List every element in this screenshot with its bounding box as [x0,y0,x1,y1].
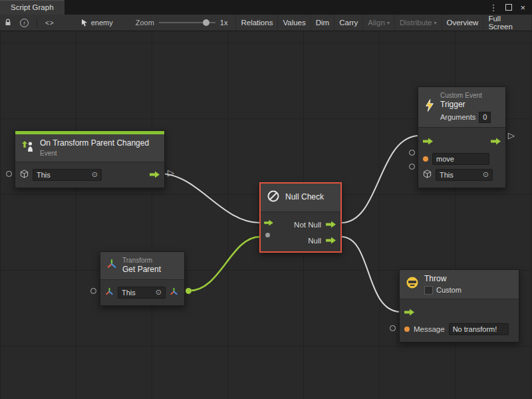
align-button[interactable]: Align▾ [362,15,394,31]
zoom-label: Zoom [136,19,154,27]
node-get-parent[interactable]: Transform Get Parent This ⊙ [100,251,185,306]
tab-label: Script Graph [11,3,54,11]
zoom-value: 1x [220,19,228,27]
not-null-port-label: Not Null [294,221,321,229]
this-dropdown[interactable]: This ⊙ [33,169,102,181]
titlebar: Script Graph ⋮ × [0,0,532,15]
control-input-port[interactable] [404,307,414,319]
fullscreen-button[interactable]: Full Screen [483,15,532,31]
event-name-value: move [436,155,454,163]
control-output-port[interactable] [150,169,160,181]
null-check-icon [267,190,280,205]
zoom-slider-handle[interactable] [203,19,209,26]
wire-start-triangle-icon: ▷ [168,168,174,177]
null-output-port[interactable] [326,237,336,245]
node-title: Throw [424,274,462,285]
this-dropdown[interactable]: This ⊙ [436,169,493,181]
string-input-port[interactable] [404,327,410,332]
connection-wire-null-to-throw[interactable] [341,237,401,312]
overview-button[interactable]: Overview [442,15,483,31]
zoom-control: Zoom 1x [136,19,228,27]
event-name-field[interactable]: move [432,153,489,165]
this-dropdown[interactable]: This ⊙ [118,287,166,299]
node-body: This ⊙ [100,280,184,305]
values-button[interactable]: Values [277,15,310,31]
wire-start-dot-icon [186,288,192,294]
control-output-port[interactable] [491,136,501,148]
arguments-stepper[interactable]: 0 [479,112,491,123]
throw-message-port-ring[interactable] [390,325,396,331]
cube-icon [423,169,432,181]
connection-wire-getparent-to-nullcheck[interactable] [190,237,260,291]
trigger-target-port-ring[interactable] [409,164,415,170]
code-glyph: <> [45,19,55,27]
control-input-port[interactable] [423,136,433,148]
distribute-button[interactable]: Distribute▾ [394,15,442,31]
node-throw[interactable]: Throw Custom Message No transform! [399,269,519,342]
maximize-icon[interactable] [505,4,512,11]
dropdown-caret-icon: ▾ [434,20,436,26]
cube-icon [20,169,29,181]
node-category: Transform [122,256,161,265]
lock-icon[interactable] [0,15,16,31]
getparent-target-port-ring[interactable] [90,288,96,294]
node-on-transform-parent-changed[interactable]: On Transform Parent Changed Event This ⊙ [15,130,165,188]
node-trigger-custom-event[interactable]: Custom Event Trigger Arguments 0 move [418,86,506,188]
values-label: Values [283,19,305,27]
trigger-output-triangle-icon[interactable]: ▷ [508,131,515,140]
kebab-menu-icon[interactable]: ⋮ [489,3,497,12]
tab-script-graph[interactable]: Script Graph [0,0,65,15]
dropdown-caret-icon: ▾ [387,20,390,26]
toolbar-divider [37,18,37,28]
code-view-icon[interactable]: <> [41,15,59,31]
close-icon[interactable]: × [520,3,525,12]
align-label: Align [368,19,385,27]
event-target-port-ring[interactable] [6,171,12,177]
transform-icon [106,259,117,272]
carry-button[interactable]: Carry [334,15,362,31]
object-picker-icon[interactable]: ⊙ [156,288,162,297]
fullscreen-label: Full Screen [488,15,527,31]
null-port-label: Null [308,237,321,245]
node-title: Get Parent [122,265,161,275]
lightning-icon [424,98,435,115]
node-body: move This ⊙ [418,128,505,188]
connection-wire-notnull-to-trigger[interactable] [341,136,420,223]
message-value: No transform! [453,325,497,333]
parent-output-port[interactable] [170,287,178,299]
custom-checkbox[interactable] [424,286,433,295]
node-null-check[interactable]: Null Check Not Null Null [259,182,342,253]
transform-parent-changed-icon [21,140,35,156]
relations-label: Relations [241,19,273,27]
control-input-port[interactable] [264,217,273,229]
not-null-output-port[interactable] [326,221,336,229]
graph-breadcrumb[interactable]: enemy [81,19,113,27]
node-header: On Transform Parent Changed Event [15,134,164,162]
node-header: Throw Custom [400,270,519,299]
throw-icon [406,276,419,292]
relations-button[interactable]: Relations [235,15,277,31]
custom-label: Custom [436,286,462,294]
message-label: Message [414,325,445,333]
value-input-port[interactable] [265,233,270,237]
message-field[interactable]: No transform! [449,323,509,335]
transform-type-icon [105,287,114,299]
graph-pointer-icon [81,19,88,27]
zoom-slider[interactable] [159,19,215,27]
object-picker-icon[interactable]: ⊙ [92,170,98,179]
node-header: Transform Get Parent [100,252,184,280]
string-input-port[interactable] [423,156,428,162]
object-picker-icon[interactable]: ⊙ [483,170,489,179]
node-subtitle: Event [40,149,149,158]
node-title: Null Check [285,192,324,203]
info-icon[interactable]: i [16,15,33,31]
node-header: Null Check [261,184,340,212]
connection-wire-event-to-nullcheck[interactable] [160,174,260,223]
node-title: Trigger [440,100,491,110]
distribute-label: Distribute [400,19,432,27]
node-body: Not Null Null [261,212,340,253]
dim-button[interactable]: Dim [311,15,334,31]
trigger-name-port-ring[interactable] [409,150,415,156]
carry-label: Carry [339,19,358,27]
info-glyph: i [20,19,29,27]
